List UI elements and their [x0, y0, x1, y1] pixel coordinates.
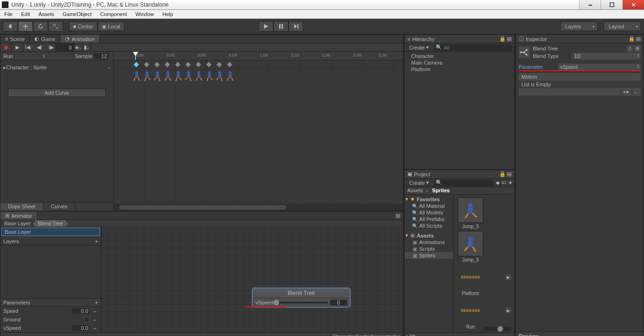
- pivot-mode-toggle[interactable]: ■Center: [69, 22, 98, 31]
- anim-play-button[interactable]: ▶: [12, 43, 23, 51]
- timeline-grid[interactable]: [114, 60, 403, 211]
- expand-icon[interactable]: ▾: [405, 196, 408, 202]
- asset-item[interactable]: ▶ Platform: [456, 264, 485, 296]
- hierarchy-item[interactable]: Platform: [405, 66, 514, 73]
- pause-button[interactable]: [273, 21, 289, 32]
- keyframe[interactable]: [133, 62, 139, 67]
- param-ground[interactable]: Ground –: [0, 315, 101, 324]
- panel-menu-icon[interactable]: ▤: [507, 36, 512, 42]
- tab-scene[interactable]: #Scene: [0, 35, 30, 43]
- param-vspeed[interactable]: vSpeed 0.0 –: [0, 324, 101, 332]
- add-curve-button[interactable]: Add Curve: [8, 89, 106, 97]
- asset-item[interactable]: Jump_5: [456, 197, 485, 229]
- time-ruler[interactable]: 0:00 0:03 0:06 0:09 1:00 1:03 1:06 1:09 …: [114, 52, 403, 60]
- tab-animator[interactable]: ⊞Animator: [0, 212, 37, 220]
- menu-edit[interactable]: Edit: [17, 10, 34, 18]
- menu-help[interactable]: Help: [158, 10, 177, 18]
- coord-mode-toggle[interactable]: ◉Local: [98, 22, 124, 31]
- maximize-button[interactable]: [601, 0, 622, 9]
- param-checkbox[interactable]: [84, 317, 90, 322]
- parameter-dropdown[interactable]: vSpeed: [558, 64, 641, 70]
- keyframe[interactable]: [185, 62, 190, 67]
- step-button[interactable]: [289, 21, 304, 32]
- dope-sheet-tab[interactable]: Dope Sheet: [0, 203, 43, 211]
- play-button[interactable]: [258, 21, 273, 32]
- remove-track-button[interactable]: –: [107, 65, 110, 70]
- tab-game[interactable]: ◐Game: [30, 35, 60, 43]
- crumb-assets[interactable]: Assets: [407, 188, 423, 193]
- tree-item[interactable]: 🔍All Prefabs: [405, 216, 453, 222]
- crumb-base-layer[interactable]: Base Layer: [1, 220, 33, 227]
- remove-param-button[interactable]: –: [91, 317, 98, 322]
- preview-header[interactable]: Preview: [516, 331, 644, 336]
- project-search[interactable]: 🔍: [434, 180, 494, 186]
- tree-item[interactable]: 🔍All Scripts: [405, 222, 453, 229]
- favorites-header[interactable]: ▾★Favorites: [405, 196, 453, 203]
- layout-dropdown[interactable]: Layout: [603, 22, 641, 31]
- lock-icon[interactable]: 🔒: [499, 171, 506, 177]
- add-keyframe-button[interactable]: ◈₊: [74, 43, 83, 51]
- curves-tab[interactable]: Curves: [43, 203, 75, 211]
- close-button[interactable]: [622, 0, 644, 9]
- crumb-sprites[interactable]: Sprites: [432, 188, 450, 193]
- menu-window[interactable]: Window: [131, 10, 158, 18]
- blend-tree-node[interactable]: Blend Tree vSpeed 0: [252, 288, 350, 307]
- filter-type-icon[interactable]: ◆: [496, 180, 500, 185]
- add-parameter-button[interactable]: +: [95, 300, 98, 305]
- tree-item[interactable]: ▣Animations: [405, 239, 453, 246]
- panel-menu-icon[interactable]: ▤: [393, 212, 403, 220]
- add-layer-button[interactable]: +: [95, 238, 98, 244]
- filter-label-icon[interactable]: 🏷: [502, 180, 506, 185]
- next-keyframe-button[interactable]: I▶: [49, 44, 54, 50]
- keyframe[interactable]: [154, 62, 159, 67]
- project-grid[interactable]: Jump_5 Jump_6 ▶ Platform ▶ Run: [454, 195, 514, 332]
- animation-timeline[interactable]: 0:00 0:03 0:06 0:09 1:00 1:03 1:06 1:09 …: [114, 52, 403, 211]
- assets-header[interactable]: ▾▣Assets: [405, 232, 453, 239]
- move-tool[interactable]: [18, 21, 33, 32]
- slider-handle[interactable]: [273, 300, 279, 305]
- scale-tool[interactable]: [48, 21, 63, 32]
- remove-param-button[interactable]: –: [91, 308, 98, 314]
- animator-graph[interactable]: Blend Tree vSpeed 0: [101, 227, 403, 332]
- remove-param-button[interactable]: –: [91, 325, 98, 331]
- param-speed[interactable]: Speed 0.0 –: [0, 307, 101, 315]
- save-search-icon[interactable]: ★: [508, 180, 512, 185]
- timeline-scrollbar[interactable]: [114, 204, 403, 211]
- scrollbar-thumb[interactable]: [119, 205, 286, 210]
- tree-item[interactable]: 🔍All Models: [405, 209, 453, 216]
- keyframe[interactable]: [227, 62, 232, 67]
- keyframe[interactable]: [206, 62, 211, 67]
- tree-item[interactable]: ▣Scripts: [405, 246, 453, 252]
- menu-assets[interactable]: Assets: [34, 10, 58, 18]
- layers-dropdown[interactable]: Layers: [560, 22, 598, 31]
- hierarchy-search[interactable]: 🔍All: [434, 44, 512, 51]
- keyframe-summary-row[interactable]: [114, 60, 403, 69]
- blend-value-field[interactable]: 0: [330, 300, 347, 305]
- frame-number-field[interactable]: 0: [56, 43, 74, 51]
- add-motion-button[interactable]: +▾: [620, 89, 630, 95]
- layer-base[interactable]: Base Layer: [1, 228, 100, 236]
- chevron-down-icon[interactable]: ‡: [42, 54, 45, 58]
- remove-motion-button[interactable]: –: [632, 89, 639, 95]
- lock-icon[interactable]: 🔒: [499, 36, 506, 42]
- lock-icon[interactable]: 🔒: [628, 36, 635, 42]
- thumbnail-size-slider[interactable]: [483, 327, 512, 331]
- keyframe[interactable]: [144, 62, 149, 67]
- tree-item-sprites[interactable]: ▣Sprites: [405, 252, 453, 259]
- clip-dropdown[interactable]: Run: [3, 53, 13, 59]
- panel-menu-icon[interactable]: ▤: [507, 171, 512, 177]
- record-button[interactable]: [0, 43, 12, 51]
- keyframe[interactable]: [216, 62, 222, 67]
- help-icon[interactable]: ?: [627, 45, 633, 52]
- expand-icon[interactable]: ▾: [405, 232, 408, 238]
- create-dropdown[interactable]: Create▾: [406, 44, 432, 51]
- asset-name-field[interactable]: Blend Tree: [533, 46, 625, 51]
- menu-file[interactable]: File: [0, 10, 17, 18]
- blend-slider[interactable]: [275, 302, 328, 303]
- menu-component[interactable]: Component: [96, 10, 131, 18]
- hand-tool[interactable]: [3, 21, 18, 32]
- minimize-button[interactable]: [579, 0, 601, 9]
- keyframe[interactable]: [165, 62, 170, 67]
- panel-menu-icon[interactable]: ▤: [636, 36, 641, 42]
- param-value-field[interactable]: 0.0: [72, 325, 90, 331]
